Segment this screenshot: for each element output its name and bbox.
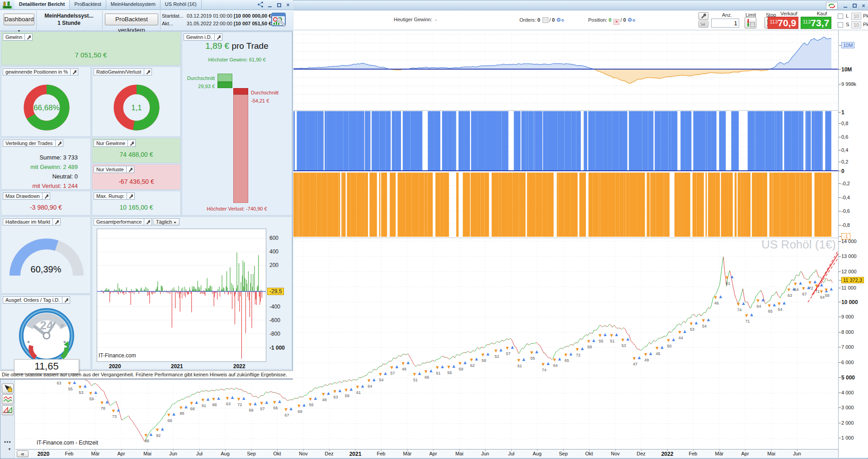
order-marker[interactable]: ▼▲56 [446, 363, 456, 375]
order-marker[interactable]: ▼▲56 [308, 395, 318, 407]
limit-order-button[interactable] [745, 17, 756, 28]
order-marker[interactable]: ▼▲69 [248, 401, 258, 412]
wrench-icon[interactable] [215, 33, 222, 41]
order-marker[interactable]: ▼▲57 [389, 364, 399, 375]
order-marker[interactable]: ▼▲66 [424, 368, 434, 379]
order-marker[interactable]: ▼▲54 [701, 317, 711, 328]
order-marker[interactable]: ▼▲57 [259, 399, 269, 411]
pattern-tool[interactable] [2, 405, 14, 415]
short-stop-checkbox[interactable] [838, 22, 843, 28]
order-marker[interactable]: ▼▲61 [435, 364, 445, 375]
order-marker[interactable]: ▼▲92 [155, 426, 165, 438]
edit-probacktest-button[interactable]: ProBacktest verändern [105, 14, 158, 25]
dashboard-dropdown[interactable]: Dashboard ▼ [4, 14, 34, 25]
quantity-input[interactable] [711, 19, 739, 28]
order-marker[interactable]: ▼▲58 [344, 386, 354, 398]
long-stop-checkbox[interactable] [838, 14, 843, 19]
gesamtperformance-chart[interactable] [97, 229, 266, 362]
price-axis[interactable]: 10M10M9 998k10,80,60,40,20-0,2-0,4-0,6-0… [838, 30, 868, 458]
order-marker[interactable]: ▼▲64 [552, 356, 562, 368]
wrench-icon[interactable] [42, 192, 50, 200]
long-points-input[interactable]: 10 [851, 13, 861, 20]
order-marker[interactable]: ▼▲68 [166, 411, 176, 423]
order-marker[interactable]: ▼▲51 [609, 332, 619, 343]
sell-button[interactable]: 11370,9 [768, 17, 798, 29]
order-marker[interactable]: ▼▲67 [283, 406, 293, 417]
wrench-icon[interactable] [128, 140, 136, 147]
order-marker[interactable]: ▼▲71 [744, 312, 754, 323]
order-marker[interactable]: ▼▲49 [643, 351, 653, 362]
maximize-button[interactable] [276, 2, 282, 8]
order-marker[interactable]: ▼▲78 [99, 399, 109, 411]
wrench-icon[interactable] [56, 140, 63, 147]
order-marker[interactable]: ▼▲68 [189, 399, 199, 411]
order-marker[interactable]: ▼▲62 [469, 356, 479, 368]
wrench-icon[interactable] [25, 33, 33, 41]
tab-us-rohoel[interactable]: US Rohöl (1€) [160, 0, 202, 9]
wrench-icon[interactable] [144, 218, 152, 225]
scroll-left-button[interactable]: « [17, 450, 28, 457]
buy-button[interactable]: 11373,7 [801, 17, 831, 29]
order-marker[interactable]: ▼▲53 [689, 320, 699, 332]
minimize-button[interactable] [267, 2, 273, 8]
position-settings-icon[interactable]: ⚙⚙ [627, 17, 636, 23]
order-marker[interactable]: ▼▲55 [67, 379, 77, 391]
short-exposure-chart[interactable] [293, 173, 838, 237]
order-marker[interactable]: ▼▲44 [677, 328, 687, 340]
order-settings-button[interactable] [698, 12, 708, 20]
order-marker[interactable]: ▼▲72 [236, 395, 246, 407]
report-config-icon[interactable] [271, 13, 288, 28]
close-button[interactable]: × [285, 2, 291, 8]
order-marker[interactable]: ▼▲64 [367, 377, 377, 389]
sync-icon[interactable] [826, 2, 838, 9]
share-icon[interactable] [257, 1, 264, 9]
position-close-icon[interactable]: × [613, 19, 619, 25]
order-marker[interactable]: ▼▲88 [211, 395, 221, 407]
zigzag-indicator-tool[interactable] [2, 394, 14, 404]
wrench-icon[interactable] [127, 192, 135, 200]
order-marker[interactable]: ▼▲57 [505, 344, 515, 356]
order-marker[interactable]: ▼▲72 [575, 346, 585, 357]
order-marker[interactable]: ▼▲64 [755, 297, 765, 309]
order-marker[interactable]: ▼▲58 [481, 351, 491, 363]
wrench-icon[interactable] [71, 68, 78, 75]
keyboard-button[interactable] [698, 21, 708, 28]
order-marker[interactable]: ▼▲59 [458, 360, 467, 371]
order-marker[interactable]: ▼▲47 [632, 355, 642, 366]
tab-meinhandelssystem[interactable]: MeinHandelssystem [106, 0, 160, 9]
equity-curve-chart[interactable] [293, 32, 838, 110]
cursor-lock-tool[interactable] [2, 384, 14, 393]
order-marker[interactable]: ▼▲59 [88, 389, 98, 401]
order-marker[interactable]: ▼▲88 [144, 431, 154, 443]
tab-detaillierter-bericht[interactable]: Detaillierter Bericht [14, 0, 70, 9]
orders-settings-icon[interactable]: ⚙⚙ [556, 17, 564, 23]
order-marker[interactable]: ▼▲50 [666, 337, 676, 348]
wrench-icon[interactable] [144, 68, 152, 75]
order-marker[interactable]: ▼▲74 [736, 300, 746, 312]
order-marker[interactable]: ▼▲74 [541, 361, 551, 372]
long-exposure-chart[interactable] [293, 111, 838, 170]
order-marker[interactable]: ▼▲63 [332, 388, 342, 399]
order-marker[interactable]: ▼▲53 [620, 336, 630, 348]
order-marker[interactable]: ▼▲46 [713, 294, 723, 305]
wrench-icon[interactable] [53, 218, 61, 225]
order-marker[interactable]: ▼▲48 [401, 360, 410, 371]
short-points-input[interactable]: 10 [851, 21, 861, 28]
order-marker[interactable]: ▼▲45 [655, 344, 665, 356]
order-marker[interactable]: ▼▲63 [225, 394, 235, 406]
order-marker[interactable]: ▼▲52 [494, 347, 504, 359]
order-marker[interactable]: ▼▲55 [598, 332, 608, 343]
order-marker[interactable]: ▼▲48 [321, 390, 331, 402]
order-marker[interactable]: ▼▲91 [201, 396, 211, 408]
order-marker[interactable]: ▼▲54 [378, 370, 388, 382]
order-marker[interactable]: ▼▲55 [529, 349, 539, 361]
orders-list-icon[interactable] [542, 17, 548, 23]
order-marker[interactable]: ▼▲51 [412, 370, 422, 382]
wrench-icon[interactable] [127, 166, 134, 173]
tab-probacktest[interactable]: ProBacktest [70, 0, 106, 9]
minimize-button[interactable] [842, 3, 849, 9]
order-marker[interactable]: ▼▲69 [297, 402, 307, 414]
order-marker[interactable]: ▼▲54 [777, 300, 787, 312]
restore-button[interactable] [851, 3, 858, 9]
close-button[interactable]: × [860, 3, 867, 9]
